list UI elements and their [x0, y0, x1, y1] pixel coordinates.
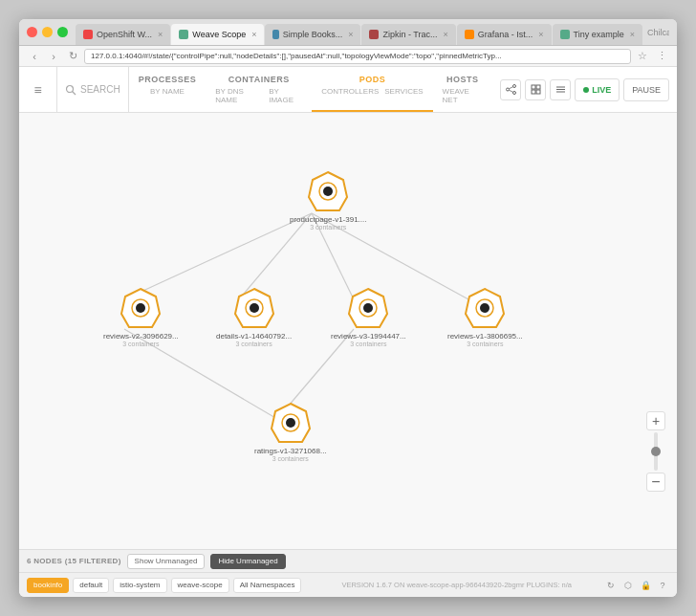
node-reviews-v3[interactable]: reviews-v3-1994447... 3 containers	[331, 287, 406, 347]
svg-line-1	[73, 91, 76, 95]
tab-close-icon[interactable]: ×	[158, 30, 163, 39]
tab-zipkin[interactable]: Zipkin - Trac... ×	[361, 24, 455, 45]
tab-tiny-example[interactable]: Tiny example ×	[553, 24, 642, 45]
ns-weave-scope[interactable]: weave-scope	[171, 578, 229, 593]
tab-weave-scope[interactable]: Weave Scope ×	[171, 24, 264, 45]
node-shape-productpage	[307, 170, 349, 212]
grid-view-button[interactable]	[525, 79, 546, 100]
svg-point-2	[506, 88, 509, 91]
tab-grafana[interactable]: Grafana - Ist... ×	[457, 24, 552, 45]
pods-controllers[interactable]: CONTROLLERS	[321, 87, 379, 96]
help-icon[interactable]: ?	[656, 579, 669, 592]
lock-icon[interactable]: 🔒	[639, 579, 652, 592]
live-button[interactable]: LIVE	[575, 78, 620, 101]
chilcano-label: Chilcano	[647, 28, 669, 37]
nav-hosts[interactable]: HOSTS WEAVE NET	[433, 67, 493, 112]
svg-point-4	[512, 92, 515, 95]
search-placeholder[interactable]: SEARCH	[80, 84, 120, 95]
hosts-weave-net[interactable]: WEAVE NET	[443, 87, 484, 104]
node-sublabel-reviews-v3: 3 containers	[350, 341, 386, 347]
svg-point-3	[512, 85, 515, 88]
minimize-button[interactable]	[42, 27, 53, 37]
nav-processes[interactable]: PROCESSES BY NAME	[129, 67, 207, 112]
processes-by-name[interactable]: BY NAME	[150, 87, 185, 96]
tabs-bar: OpenShift W... × Weave Scope × Simple Bo…	[76, 19, 669, 45]
tab-openshift[interactable]: OpenShift W... ×	[76, 24, 170, 45]
pods-label: PODS	[359, 75, 386, 84]
node-productpage[interactable]: productpage-v1-391.... 3 containers	[290, 170, 367, 231]
node-sublabel-details-v1: 3 containers	[236, 341, 272, 347]
close-button[interactable]	[27, 27, 37, 37]
svg-point-33	[480, 303, 489, 313]
containers-label: CONTAINERS	[228, 75, 290, 84]
containers-by-dns[interactable]: BY DNS NAME	[215, 87, 263, 104]
node-shape-details-v1	[233, 287, 275, 329]
svg-rect-8	[536, 85, 540, 89]
tab-close-icon[interactable]: ×	[538, 30, 543, 39]
pause-button[interactable]: PAUSE	[623, 78, 669, 101]
list-view-button[interactable]	[550, 79, 571, 100]
traffic-lights	[27, 27, 68, 37]
tab-close-icon[interactable]: ×	[348, 30, 353, 39]
svg-point-24	[136, 303, 145, 313]
url-text: 127.0.0.1:4040/#!/state/{"controlPipe":n…	[91, 52, 502, 60]
scope-logo[interactable]: ≡	[19, 67, 57, 112]
tab-close-icon[interactable]: ×	[443, 30, 447, 39]
zoom-bar[interactable]	[654, 432, 658, 471]
tab-close-icon[interactable]: ×	[251, 30, 256, 39]
ns-bookinfo[interactable]: bookinfo	[27, 578, 69, 593]
refresh-button[interactable]: ↻	[65, 49, 80, 64]
node-label-details-v1: details-v1-14640792...	[216, 332, 292, 341]
menu-icon: ≡	[33, 82, 41, 98]
svg-point-30	[363, 303, 373, 313]
maximize-button[interactable]	[57, 27, 68, 37]
node-label-productpage: productpage-v1-391....	[290, 215, 367, 224]
tab-label: Zipkin - Trac...	[382, 30, 437, 39]
tab-simple-books[interactable]: Simple Books... ×	[265, 24, 360, 45]
tab-close-icon[interactable]: ×	[630, 30, 635, 39]
show-unmanaged-button[interactable]: Show Unmanaged	[127, 554, 206, 569]
pause-label: PAUSE	[632, 85, 661, 95]
main-content: productpage-v1-391.... 3 containers revi…	[19, 113, 677, 549]
status-bar: bookinfo default istio-system weave-scop…	[19, 572, 677, 597]
forward-button[interactable]: ›	[46, 49, 61, 64]
svg-rect-7	[532, 85, 535, 89]
ns-default[interactable]: default	[73, 578, 109, 593]
grid-icon	[531, 84, 541, 95]
pods-services[interactable]: SERVICES	[384, 87, 423, 96]
scope-navigation: ≡ SEARCH PROCESSES BY NAME CONTAINERS BY…	[19, 67, 677, 113]
zoom-in-button[interactable]: +	[646, 411, 665, 430]
zoom-handle[interactable]	[651, 447, 661, 456]
ns-istio-system[interactable]: istio-system	[113, 578, 166, 593]
containers-by-image[interactable]: BY IMAGE	[269, 87, 302, 104]
node-shape-reviews-v2	[120, 287, 162, 329]
nav-containers[interactable]: CONTAINERS BY DNS NAME BY IMAGE	[206, 67, 312, 112]
svg-point-27	[250, 303, 259, 313]
zoom-out-button[interactable]: −	[646, 473, 665, 492]
share-button[interactable]	[500, 79, 521, 100]
tab-favicon	[179, 30, 188, 39]
tab-label: Tiny example	[574, 30, 624, 39]
tab-favicon	[83, 30, 93, 39]
hosts-label: HOSTS	[446, 75, 479, 84]
live-indicator	[583, 87, 589, 93]
nav-pods[interactable]: PODS CONTROLLERS SERVICES	[312, 67, 432, 112]
node-shape-reviews-v1	[464, 287, 506, 329]
url-bar[interactable]: 127.0.0.1:4040/#!/state/{"controlPipe":n…	[84, 49, 631, 64]
hide-unmanaged-button[interactable]: Hide Unmanaged	[210, 554, 285, 569]
svg-point-21	[323, 187, 333, 196]
bookmark-icon[interactable]: ☆	[635, 49, 650, 64]
back-button[interactable]: ‹	[27, 49, 42, 64]
node-reviews-v1[interactable]: reviews-v1-3806695... 3 containers	[447, 287, 523, 347]
ns-all-namespaces[interactable]: All Namespaces	[233, 578, 302, 593]
menu-icon[interactable]: ⋮	[654, 49, 669, 64]
hosts-sub: WEAVE NET	[443, 87, 484, 104]
node-details-v1[interactable]: details-v1-14640792... 3 containers	[216, 287, 292, 347]
refresh-icon[interactable]: ↻	[604, 579, 618, 592]
cloud-icon[interactable]: ⬡	[621, 579, 635, 592]
node-sublabel-reviews-v1: 3 containers	[467, 341, 503, 347]
title-bar: OpenShift W... × Weave Scope × Simple Bo…	[19, 19, 677, 46]
menu-bar: ‹ › ↻ 127.0.0.1:4040/#!/state/{"controlP…	[19, 46, 677, 67]
node-reviews-v2[interactable]: reviews-v2-3096629... 3 containers	[103, 287, 179, 347]
node-ratings-v1[interactable]: ratings-v1-3271068... 3 containers	[254, 402, 327, 462]
